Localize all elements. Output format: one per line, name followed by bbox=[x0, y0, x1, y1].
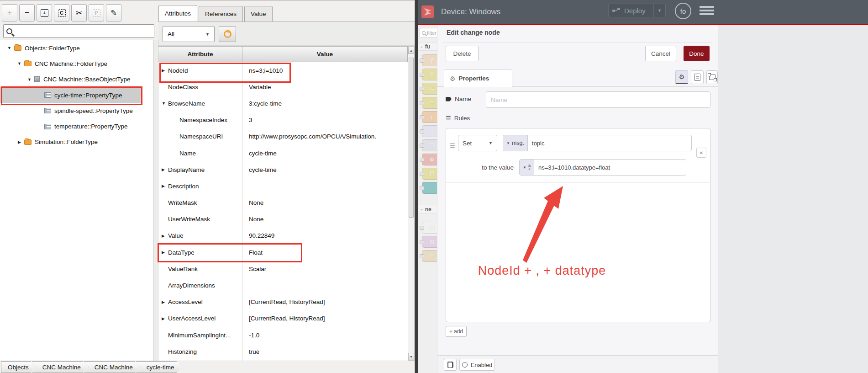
chevron-down-icon[interactable]: ▼ bbox=[162, 101, 168, 106]
msg-type-prefix[interactable]: ▼ msg. bbox=[503, 135, 528, 151]
column-header-value[interactable]: Value bbox=[242, 47, 407, 62]
chevron-down-icon[interactable]: ▼ bbox=[16, 61, 22, 66]
drag-handle-icon[interactable]: ☰ bbox=[450, 142, 455, 149]
delete-button[interactable]: Delete bbox=[446, 46, 479, 61]
palette-exec-node[interactable]: ⚙ bbox=[422, 154, 437, 165]
deploy-label: Deploy bbox=[624, 7, 646, 15]
palette-change-node[interactable]: ⇆ bbox=[422, 83, 437, 95]
breadcrumb-cnc-machine[interactable]: CNC Machine bbox=[32, 361, 89, 373]
tree-item-CNC Machine[interactable]: ▼CNC Machine::BaseObjectType bbox=[0, 72, 153, 87]
table-row-ValueRank[interactable]: ValueRankScalar bbox=[158, 261, 408, 277]
panel-splitter[interactable] bbox=[153, 40, 158, 361]
chevron-right-icon[interactable]: ▶ bbox=[162, 300, 168, 304]
chevron-right-icon[interactable]: ▶ bbox=[16, 140, 22, 144]
attribute-cell: NamespaceIndex bbox=[158, 117, 242, 123]
palette-template-node[interactable]: { bbox=[422, 111, 437, 123]
tab-properties[interactable]: ⚙ Properties bbox=[444, 69, 512, 87]
table-row-UserAccessLevel[interactable]: ▶UserAccessLevel[CurrentRead, HistoryRea… bbox=[158, 310, 408, 327]
breadcrumb-objects[interactable]: Objects bbox=[1, 361, 37, 373]
table-row-BrowseName[interactable]: ▼BrowseName3:cycle-time bbox=[158, 95, 408, 112]
remove-button[interactable]: − bbox=[19, 4, 35, 21]
docs-button[interactable] bbox=[444, 359, 457, 371]
enabled-toggle[interactable]: Enabled bbox=[459, 359, 495, 371]
edit-button[interactable]: ✎ bbox=[106, 4, 121, 21]
remove-rule-button[interactable]: ✕ bbox=[696, 148, 706, 158]
attribute-filter-select[interactable]: All ▼ bbox=[163, 26, 215, 42]
cut-button[interactable]: ✂ bbox=[71, 4, 87, 21]
table-row-AccessLevel[interactable]: ▶AccessLevel[CurrentRead, HistoryRead] bbox=[158, 294, 408, 310]
deploy-options-icon[interactable]: ▼ bbox=[653, 4, 665, 17]
user-avatar[interactable]: fo bbox=[675, 3, 691, 19]
tree-search-input[interactable] bbox=[3, 24, 154, 38]
column-header-attribute[interactable]: Attribute bbox=[158, 47, 242, 62]
tree-item-Simulation[interactable]: ▶Simulation::FolderType bbox=[0, 134, 153, 150]
highlight-box-nodeid-row bbox=[159, 63, 291, 83]
properties-icon-button[interactable]: ⚙ bbox=[675, 70, 688, 84]
rule-property-field[interactable]: ▼ msg. topic bbox=[503, 135, 692, 151]
chevron-right-icon[interactable]: ▶ bbox=[162, 184, 168, 188]
palette-filter-node[interactable]: Π bbox=[422, 168, 437, 180]
rule-property-value[interactable]: topic bbox=[528, 135, 548, 151]
menu-icon[interactable] bbox=[700, 6, 714, 15]
chevron-down-icon[interactable]: ▼ bbox=[6, 46, 12, 50]
table-row-Description[interactable]: ▶Description bbox=[158, 178, 408, 194]
rule-value-text[interactable]: ns=3;i=1010,datatype=float bbox=[534, 160, 614, 175]
rule-value-field[interactable]: ▼ az ns=3;i=1010,datatype=float bbox=[519, 159, 686, 176]
palette-category-fu[interactable]: ⌄fu bbox=[418, 42, 437, 51]
table-row-NamespaceIndex[interactable]: NamespaceIndex3 bbox=[158, 112, 408, 128]
table-row-ArrayDimensions[interactable]: ArrayDimensions bbox=[158, 277, 408, 293]
string-type-prefix[interactable]: ▼ az bbox=[520, 160, 534, 175]
scroll-down-icon[interactable]: ▼ bbox=[408, 353, 414, 360]
name-input[interactable] bbox=[486, 91, 710, 108]
palette-category-ne[interactable]: ⌄ne bbox=[418, 205, 437, 213]
attribute-name: UserAccessLevel bbox=[168, 315, 216, 322]
palette-delay-node[interactable]: ◔ bbox=[422, 125, 437, 137]
table-row-MinimumSamplingInt[interactable]: MinimumSamplingInt...-1.0 bbox=[158, 327, 408, 343]
tab-attributes[interactable]: Attributes bbox=[158, 5, 197, 21]
done-button[interactable]: Done bbox=[684, 46, 710, 61]
tree-item-CNC Machine[interactable]: ▼CNC Machine::FolderType bbox=[0, 56, 153, 71]
mqtt-in-node-icon: ))) bbox=[429, 224, 435, 231]
palette-mqtt-out-node[interactable]: m bbox=[422, 236, 437, 248]
palette-mqtt-in-node[interactable]: ))) bbox=[422, 222, 437, 234]
table-scrollbar[interactable]: ▲ ▼ bbox=[408, 46, 415, 361]
table-row-Name[interactable]: Namecycle-time bbox=[158, 145, 408, 161]
palette-link-node[interactable] bbox=[422, 182, 437, 194]
table-row-WriteMask[interactable]: WriteMaskNone bbox=[158, 195, 408, 211]
enabled-circle-icon bbox=[462, 362, 468, 368]
palette-filter-input[interactable]: filter bbox=[420, 28, 437, 38]
table-row-Historizing[interactable]: Historizingtrue bbox=[158, 343, 408, 360]
table-row-UserWriteMask[interactable]: UserWriteMaskNone bbox=[158, 211, 408, 228]
chevron-right-icon[interactable]: ▶ bbox=[162, 234, 168, 238]
add-rule-button[interactable]: + add bbox=[446, 326, 467, 337]
refresh-button[interactable] bbox=[219, 26, 236, 42]
tab-value[interactable]: Value bbox=[244, 6, 273, 21]
table-row-NamespaceURI[interactable]: NamespaceURIhttp://www.prosysopc.com/OPC… bbox=[158, 128, 408, 145]
palette-switch-node[interactable]: Y bbox=[422, 69, 437, 80]
scroll-up-icon[interactable]: ▲ bbox=[408, 47, 414, 54]
table-row-DisplayName[interactable]: ▶DisplayNamecycle-time bbox=[158, 161, 408, 178]
description-icon-button[interactable] bbox=[691, 70, 704, 84]
palette-range-node[interactable]: ≡ bbox=[422, 97, 437, 109]
appearance-icon-button[interactable] bbox=[706, 70, 718, 84]
tab-references[interactable]: References bbox=[199, 6, 243, 21]
tree-item-Objects[interactable]: ▼Objects::FolderType bbox=[0, 40, 153, 56]
scrollbar-thumb[interactable] bbox=[409, 58, 414, 218]
breadcrumb-cnc-machine[interactable]: CNC Machine bbox=[84, 361, 141, 373]
cancel-button[interactable]: Cancel bbox=[645, 46, 676, 61]
palette-trigger-node[interactable]: Π bbox=[422, 139, 437, 151]
rule-action-select[interactable]: Set ▼ bbox=[458, 135, 497, 151]
table-row-Value[interactable]: ▶Value90.22849 bbox=[158, 228, 408, 244]
tree-item-spindle-speed[interactable]: spindle-speed::PropertyType bbox=[0, 103, 153, 118]
deploy-button[interactable]: Deploy ▼ bbox=[608, 4, 666, 17]
palette-http-node[interactable]: ◠ bbox=[422, 250, 437, 262]
chevron-right-icon[interactable]: ▶ bbox=[162, 316, 168, 321]
chevron-down-icon[interactable]: ▼ bbox=[26, 77, 32, 82]
tree-item-temperature[interactable]: temperature::PropertyType bbox=[0, 118, 153, 134]
palette-function-node[interactable]: ƒ bbox=[422, 54, 437, 66]
copy-button[interactable]: C bbox=[54, 4, 69, 21]
chevron-right-icon[interactable]: ▶ bbox=[162, 167, 168, 172]
breadcrumb-cycle-time[interactable]: cycle-time bbox=[136, 361, 182, 373]
add-node-button[interactable]: + bbox=[37, 4, 52, 21]
attribute-cell: NamespaceURI bbox=[158, 133, 242, 140]
